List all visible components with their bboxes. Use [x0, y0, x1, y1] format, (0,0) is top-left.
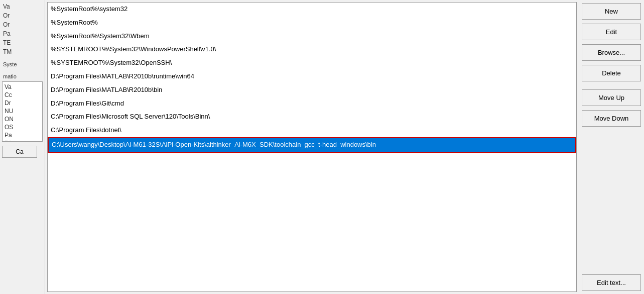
move-down-button[interactable]: Move Down	[582, 110, 641, 127]
list-item[interactable]: Cc	[4, 91, 41, 99]
path-list-item[interactable]: %SYSTEMROOT%\System32\OpenSSH\	[48, 56, 576, 70]
path-list-item[interactable]: D:\Program Files\MATLAB\R2010b\bin	[48, 83, 576, 97]
left-panel-item: Or	[2, 11, 43, 20]
right-panel: New Edit Browse... Delete Move Up Move D…	[579, 0, 644, 294]
path-list-item[interactable]: %SystemRoot%\System32\Wbem	[48, 30, 576, 43]
path-list-item[interactable]	[48, 186, 576, 197]
path-list-item[interactable]	[48, 164, 576, 175]
list-item[interactable]: Va	[4, 83, 41, 91]
path-list-item[interactable]: %SystemRoot%\system32	[48, 3, 576, 16]
path-list-item[interactable]	[48, 153, 576, 164]
path-list-item[interactable]: D:\Program Files\MATLAB\R2010b\runtime\w…	[48, 70, 576, 83]
system-sub-label: matio	[2, 72, 43, 80]
list-item[interactable]: ON	[4, 115, 41, 123]
left-panel-item: Or	[2, 20, 43, 29]
move-up-button[interactable]: Move Up	[582, 89, 641, 106]
path-list-item[interactable]: C:\Program Files\Microsoft SQL Server\12…	[48, 110, 576, 124]
list-item[interactable]: PA	[4, 139, 41, 142]
delete-button[interactable]: Delete	[582, 65, 641, 81]
list-item[interactable]: NU	[4, 107, 41, 115]
list-item[interactable]: OS	[4, 123, 41, 131]
path-list-item[interactable]	[48, 197, 576, 208]
system-variables-list[interactable]: VaCcDrNUONOSPaPA	[2, 81, 43, 142]
left-panel-item: Va	[2, 2, 43, 11]
path-list-item[interactable]: %SYSTEMROOT%\System32\WindowsPowerShell\…	[48, 43, 576, 56]
left-panel-item: Pa	[2, 29, 43, 38]
path-list[interactable]: %SystemRoot%\system32%SystemRoot%%System…	[47, 2, 577, 292]
new-button[interactable]: New	[582, 3, 641, 20]
list-item[interactable]: Dr	[4, 99, 41, 107]
edit-button[interactable]: Edit	[582, 24, 641, 40]
path-list-item[interactable]	[48, 175, 576, 186]
list-item[interactable]: Pa	[4, 131, 41, 139]
path-list-item[interactable]: %SystemRoot%	[48, 16, 576, 30]
path-list-item[interactable]: C:\Users\wangy\Desktop\Ai-M61-32S\AiPi-O…	[48, 137, 576, 153]
edit-text-button[interactable]: Edit text...	[582, 274, 641, 291]
main-content: %SystemRoot%\system32%SystemRoot%%System…	[45, 0, 579, 294]
path-list-item[interactable]: D:\Program Files\Git\cmd	[48, 97, 576, 111]
left-panel-item: TE	[2, 38, 43, 47]
path-list-item[interactable]: C:\Program Files\dotnet\	[48, 124, 576, 137]
left-panel: VaOrOrPaTETM Syste matio VaCcDrNUONOSPaP…	[0, 0, 45, 294]
path-list-item[interactable]	[48, 219, 576, 230]
cancel-button[interactable]: Ca	[2, 146, 37, 158]
system-section-label: Syste	[2, 60, 43, 68]
left-panel-item: TM	[2, 47, 43, 56]
browse-button[interactable]: Browse...	[582, 44, 641, 61]
path-list-item[interactable]	[48, 208, 576, 219]
